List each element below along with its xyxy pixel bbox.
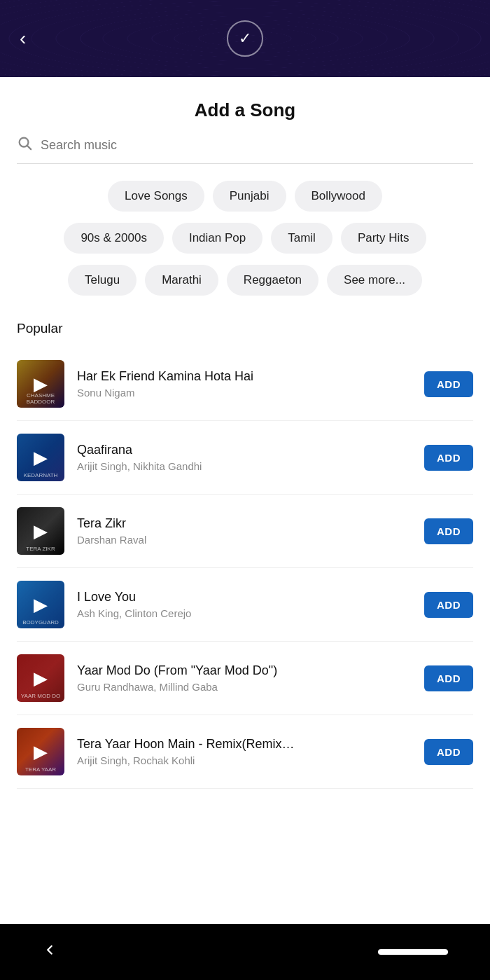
thumb-label: KEDARNATH	[19, 473, 62, 479]
genre-chip-reggaeton[interactable]: Reggaeton	[227, 265, 318, 296]
search-input[interactable]	[41, 138, 473, 153]
song-title: Qaafirana	[77, 443, 412, 457]
genre-chip-punjabi[interactable]: Punjabi	[213, 181, 286, 212]
add-button-song-2[interactable]: ADD	[424, 445, 473, 471]
add-button-song-6[interactable]: ADD	[424, 739, 473, 765]
page-title: Add a Song	[0, 77, 490, 135]
genre-row-2: 90s & 2000s Indian Pop Tamil Party Hits	[17, 223, 473, 254]
genre-row-3: Telugu Marathi Reggaeton See more...	[17, 265, 473, 296]
genre-section: Love Songs Punjabi Bollywood 90s & 2000s…	[0, 181, 490, 310]
search-bar	[17, 135, 473, 164]
genre-chip-indian-pop[interactable]: Indian Pop	[172, 223, 262, 254]
popular-label: Popular	[17, 321, 473, 336]
play-icon: ▶	[34, 373, 48, 395]
song-thumbnail[interactable]: ▶ YAAR MOD DO	[17, 654, 64, 702]
song-info: Yaar Mod Do (From "Yaar Mod Do") Guru Ra…	[77, 663, 412, 693]
song-artist: Arijit Singh, Nikhita Gandhi	[77, 460, 412, 472]
song-info: Qaafirana Arijit Singh, Nikhita Gandhi	[77, 443, 412, 472]
add-button-song-1[interactable]: ADD	[424, 371, 473, 397]
genre-chip-tamil[interactable]: Tamil	[271, 223, 332, 254]
back-button[interactable]: ‹	[20, 27, 26, 50]
list-item: ▶ BODYGUARD I Love You Ash King, Clinton…	[17, 568, 473, 642]
song-title: I Love You	[77, 590, 412, 605]
genre-chip-love-songs[interactable]: Love Songs	[108, 181, 204, 212]
genre-chip-bollywood[interactable]: Bollywood	[295, 181, 383, 212]
search-icon	[17, 135, 32, 155]
list-item: ▶ CHASHME BADDOOR Har Ek Friend Kamina H…	[17, 347, 473, 421]
main-content: Add a Song Love Songs Punjabi Bollywood …	[0, 77, 490, 924]
play-icon: ▶	[34, 594, 48, 616]
bottom-nav-bar	[0, 924, 490, 980]
play-icon: ▶	[34, 668, 48, 689]
popular-section: Popular	[0, 310, 490, 347]
chevron-down-icon: ✓	[239, 29, 251, 48]
chevron-down-button[interactable]: ✓	[227, 20, 263, 57]
song-artist: Arijit Singh, Rochak Kohli	[77, 754, 412, 766]
genre-chip-marathi[interactable]: Marathi	[145, 265, 218, 296]
add-button-song-3[interactable]: ADD	[424, 518, 473, 544]
song-thumbnail[interactable]: ▶ TERA ZIKR	[17, 507, 64, 555]
list-item: ▶ KEDARNATH Qaafirana Arijit Singh, Nikh…	[17, 421, 473, 495]
add-button-song-4[interactable]: ADD	[424, 592, 473, 618]
thumb-label: TERA ZIKR	[19, 546, 62, 553]
song-thumbnail[interactable]: ▶ KEDARNATH	[17, 434, 64, 481]
list-item: ▶ TERA ZIKR Tera Zikr Darshan Raval ADD	[17, 495, 473, 568]
song-title: Yaar Mod Do (From "Yaar Mod Do")	[77, 663, 412, 678]
thumb-label: YAAR MOD DO	[19, 693, 62, 700]
song-artist: Ash King, Clinton Cerejo	[77, 607, 412, 619]
top-bar: ‹ ✓	[0, 0, 490, 77]
play-icon: ▶	[34, 741, 48, 763]
genre-chip-see-more[interactable]: See more...	[327, 265, 422, 296]
song-title: Har Ek Friend Kamina Hota Hai	[77, 369, 412, 384]
list-item: ▶ TERA YAAR Tera Yaar Hoon Main - Remix(…	[17, 715, 473, 789]
song-list: ▶ CHASHME BADDOOR Har Ek Friend Kamina H…	[0, 347, 490, 789]
play-icon: ▶	[34, 447, 48, 469]
genre-row-1: Love Songs Punjabi Bollywood	[17, 181, 473, 212]
list-item: ▶ YAAR MOD DO Yaar Mod Do (From "Yaar Mo…	[17, 642, 473, 715]
song-thumbnail[interactable]: ▶ BODYGUARD	[17, 581, 64, 628]
genre-chip-telugu[interactable]: Telugu	[68, 265, 136, 296]
play-icon: ▶	[34, 520, 48, 542]
song-info: I Love You Ash King, Clinton Cerejo	[77, 590, 412, 619]
song-artist: Sonu Nigam	[77, 387, 412, 399]
genre-chip-party-hits[interactable]: Party Hits	[341, 223, 426, 254]
thumb-label: CHASHME BADDOOR	[19, 393, 62, 406]
song-info: Tera Yaar Hoon Main - Remix(Remix… Ariji…	[77, 737, 412, 766]
add-button-song-5[interactable]: ADD	[424, 665, 473, 691]
song-info: Har Ek Friend Kamina Hota Hai Sonu Nigam	[77, 369, 412, 399]
song-artist: Darshan Raval	[77, 534, 412, 546]
song-title: Tera Yaar Hoon Main - Remix(Remix…	[77, 737, 412, 752]
song-info: Tera Zikr Darshan Raval	[77, 516, 412, 546]
song-artist: Guru Randhawa, Millind Gaba	[77, 681, 412, 693]
thumb-label: BODYGUARD	[19, 620, 62, 626]
song-title: Tera Zikr	[77, 516, 412, 531]
home-indicator[interactable]	[378, 949, 448, 955]
svg-line-1	[27, 146, 31, 149]
nav-back-button[interactable]	[42, 942, 57, 962]
song-thumbnail[interactable]: ▶ TERA YAAR	[17, 728, 64, 775]
genre-chip-90s-2000s[interactable]: 90s & 2000s	[64, 223, 164, 254]
thumb-label: TERA YAAR	[19, 767, 62, 773]
song-thumbnail[interactable]: ▶ CHASHME BADDOOR	[17, 360, 64, 408]
